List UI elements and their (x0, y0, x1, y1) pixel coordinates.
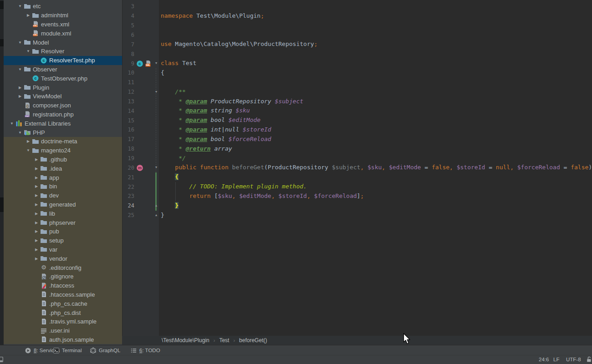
tree-item--gitignore[interactable]: .gitignore (4, 272, 122, 281)
tree-item-bin[interactable]: ▶bin (4, 182, 122, 191)
stripe-toggle-icon[interactable] (0, 356, 4, 363)
fold-marker-icon[interactable]: ▲ (154, 214, 158, 217)
code-line-20[interactable]: public function beforeGet(ProductReposit… (161, 163, 592, 172)
fold-marker-icon[interactable]: ▲ (154, 204, 158, 207)
breadcrumb-item[interactable]: beforeGet() (239, 337, 267, 344)
collapse-arrow-icon[interactable]: ▼ (8, 121, 15, 126)
code-line-7[interactable]: use Magento\Catalog\Model\ProductReposit… (161, 40, 317, 49)
expand-arrow-icon[interactable]: ▶ (33, 248, 40, 252)
code-line-24[interactable]: } (161, 201, 179, 211)
expand-arrow-icon[interactable]: ▶ (16, 86, 24, 90)
collapse-arrow-icon[interactable]: ▼ (16, 131, 24, 135)
toolwindow-button-todo[interactable]: 6: TODO (130, 345, 160, 355)
tree-item-doctrine-meta[interactable]: ▶doctrine-meta (4, 137, 122, 146)
expand-arrow-icon[interactable]: ▶ (33, 184, 40, 188)
code-line-19[interactable]: */ (161, 154, 186, 163)
tree-item-auth-json-sample[interactable]: auth.json.sample (4, 335, 122, 344)
tree-item-composer-json[interactable]: {}composer.json (4, 101, 122, 110)
code-line-17[interactable]: * @param bool $forceReload (161, 135, 271, 144)
code-line-14[interactable]: * @param string $sku (161, 106, 250, 116)
code-editor[interactable]: 3456789cXML▼101112▼1314151617181920m▼212… (122, 0, 592, 336)
tree-item-model[interactable]: ▼Model (4, 38, 122, 47)
tree-item-resolver[interactable]: ▼Resolver (4, 47, 122, 56)
tree-item-phpserver[interactable]: ▶phpserver (4, 218, 122, 227)
fold-marker-icon[interactable]: ▼ (154, 166, 158, 169)
code-line-9[interactable]: class Test (161, 59, 196, 68)
collapse-arrow-icon[interactable]: ▼ (25, 49, 32, 53)
tree-item-var[interactable]: ▶var (4, 245, 122, 254)
code-line-4[interactable]: namespace Test\Module\Plugin; (161, 11, 264, 21)
expand-arrow-icon[interactable]: ▶ (33, 221, 40, 225)
gutter-icons[interactable]: m (136, 164, 143, 172)
expand-arrow-icon[interactable]: ▶ (33, 157, 40, 162)
tree-item-testobserver-php[interactable]: cTestObserver.php (4, 74, 122, 83)
lock-icon[interactable] (586, 356, 592, 363)
tree-item-vendor[interactable]: ▶vendor (4, 254, 122, 263)
breadcrumb-item[interactable]: \Test\Module\Plugin (162, 337, 209, 344)
code-line-18[interactable]: * @return array (161, 144, 232, 154)
expand-arrow-icon[interactable]: ▶ (33, 238, 40, 243)
tree-item-adminhtml[interactable]: ▶adminhtml (4, 11, 122, 20)
tree-item--htaccess[interactable]: .htaccess (4, 281, 122, 290)
tree-item-php[interactable]: ▼PHP (4, 128, 122, 137)
tree-item--travis-yml-sample[interactable]: .travis.yml.sample (4, 317, 122, 326)
tree-item--user-ini[interactable]: .user.ini (4, 326, 122, 335)
tree-item-viewmodel[interactable]: ▶ViewModel (4, 92, 122, 101)
code-line-21[interactable]: { (161, 172, 179, 182)
expand-arrow-icon[interactable]: ▶ (33, 167, 40, 171)
tree-item--github[interactable]: ▶.github (4, 155, 122, 164)
toolwindow-button-terminal[interactable]: Terminal (53, 345, 82, 355)
expand-arrow-icon[interactable]: ▶ (33, 229, 40, 233)
expand-arrow-icon[interactable]: ▶ (33, 212, 40, 216)
code-line-10[interactable]: { (161, 68, 164, 78)
tree-item--editorconfig[interactable]: ⚙.editorconfig (4, 263, 122, 272)
tree-item-observer[interactable]: ▼Observer (4, 65, 122, 74)
fold-marker-icon[interactable]: ▼ (154, 90, 158, 93)
code-line-25[interactable]: } (161, 211, 164, 220)
tree-item-plugin[interactable]: ▶Plugin (4, 83, 122, 92)
breadcrumb-item[interactable]: Test (219, 337, 229, 344)
tree-item--php-cs-dist[interactable]: .php_cs.dist (4, 308, 122, 317)
collapse-arrow-icon[interactable]: ▼ (16, 40, 24, 45)
expand-arrow-icon[interactable]: ▶ (33, 193, 40, 197)
expand-arrow-icon[interactable]: ▶ (25, 13, 32, 17)
tree-item-magento24[interactable]: ▼magento24 (4, 146, 122, 155)
tree-item-registration-php[interactable]: PHPregistration.php (4, 110, 122, 119)
project-tree[interactable]: ▼etc▶adminhtmlXMLevents.xmlXMLmodule.xml… (4, 0, 122, 345)
tree-item-app[interactable]: ▶app (4, 173, 122, 182)
tree-item-lib[interactable]: ▶lib (4, 209, 122, 218)
code-line-23[interactable]: return [$sku, $editMode, $storeId, $forc… (161, 192, 364, 201)
caret-position[interactable]: 24:6 (539, 357, 549, 362)
tree-item-events-xml[interactable]: XMLevents.xml (4, 20, 122, 29)
code-area[interactable]: namespace Test\Module\Plugin;use Magento… (159, 0, 592, 336)
fold-marker-icon[interactable]: ▼ (154, 62, 158, 65)
line-separator[interactable]: LF (553, 357, 559, 362)
code-line-22[interactable]: // TODO: Implement plugin method. (161, 182, 307, 192)
code-line-13[interactable]: * @param ProductRepository $subject (161, 97, 303, 106)
tree-item-resolvertest-php[interactable]: cResolverTest.php (4, 56, 122, 65)
collapse-arrow-icon[interactable]: ▼ (16, 67, 24, 71)
tree-item--php-cs-cache[interactable]: .php_cs.cache (4, 299, 122, 308)
code-line-12[interactable]: /** (161, 87, 186, 97)
code-line-15[interactable]: * @param bool $editMode (161, 116, 260, 125)
tree-item--idea[interactable]: ▶.idea (4, 164, 122, 173)
tree-item-module-xml[interactable]: XMLmodule.xml (4, 29, 122, 38)
collapse-arrow-icon[interactable]: ▼ (16, 4, 24, 8)
toolwindow-button-graphql[interactable]: GraphQL (90, 345, 120, 355)
expand-arrow-icon[interactable]: ▶ (16, 94, 24, 98)
gutter-icons[interactable]: cXML (136, 60, 152, 67)
tree-item-generated[interactable]: ▶generated (4, 200, 122, 209)
expand-arrow-icon[interactable]: ▶ (33, 257, 40, 261)
collapse-arrow-icon[interactable]: ▼ (25, 148, 32, 152)
file-encoding[interactable]: UTF-8 (566, 357, 581, 362)
expand-arrow-icon[interactable]: ▶ (33, 202, 40, 207)
tree-item-etc[interactable]: ▼etc (4, 2, 122, 11)
tree-item-dev[interactable]: ▶dev (4, 191, 122, 200)
code-line-16[interactable]: * @param int|null $storeId (161, 125, 271, 135)
expand-arrow-icon[interactable]: ▶ (33, 176, 40, 180)
tree-item-external-libraries[interactable]: ▼External Libraries (4, 119, 122, 128)
expand-arrow-icon[interactable]: ▶ (25, 139, 32, 143)
tree-item--htaccess-sample[interactable]: .htaccess.sample (4, 290, 122, 299)
tree-item-pub[interactable]: ▶pub (4, 227, 122, 236)
tree-item-setup[interactable]: ▶setup (4, 236, 122, 245)
